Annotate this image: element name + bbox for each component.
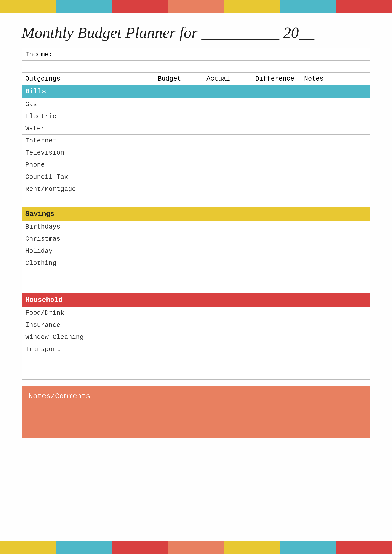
table-row: Water [22,122,370,135]
table-row: Christmas [22,233,370,245]
item-council-tax: Council Tax [22,171,154,183]
income-budget[interactable] [154,49,203,61]
bot-bar-red2 [336,541,392,554]
col-notes: Notes [301,73,370,85]
item-water: Water [22,122,154,135]
household-label: Household [22,294,370,307]
bot-bar-teal [56,541,112,554]
item-window-cleaning: Window Cleaning [22,331,154,343]
empty-row-3 [22,269,370,281]
gas-budget[interactable] [154,98,203,110]
top-bar-teal2 [280,0,336,13]
empty-row-2 [22,195,370,207]
income-row: Income: [22,49,370,61]
budget-table: Income: Outgoings Budget Actual Differen… [22,48,370,380]
empty-row-6 [22,367,370,380]
notes-section-title: Notes/Comments [28,392,364,400]
item-birthdays: Birthdays [22,221,154,233]
top-bar-salmon [168,0,224,13]
top-bar-red2 [336,0,392,13]
item-television: Television [22,147,154,159]
item-phone: Phone [22,159,154,171]
col-budget: Budget [154,73,203,85]
item-clothing: Clothing [22,257,154,269]
item-transport: Transport [22,343,154,355]
bills-label: Bills [22,85,370,98]
bottom-color-bar [0,541,392,554]
table-row: Phone [22,159,370,171]
bot-bar-red [112,541,168,554]
top-bar-teal [56,0,112,13]
table-row: Food/Drink [22,307,370,319]
table-row: Council Tax [22,171,370,183]
bot-bar-salmon [168,541,224,554]
bills-section-header: Bills [22,85,370,98]
empty-row-4 [22,281,370,294]
item-holiday: Holiday [22,245,154,257]
table-row: Clothing [22,257,370,269]
bot-bar-teal2 [280,541,336,554]
table-row: Rent/Mortgage [22,183,370,195]
title-area: Monthly Budget Planner for __________ 20… [0,13,392,48]
bot-bar-yellow2 [224,541,280,554]
table-row: Television [22,147,370,159]
item-internet: Internet [22,135,154,147]
top-bar-yellow [0,0,56,13]
savings-section-header: Savings [22,207,370,221]
income-label: Income: [22,49,154,61]
table-row: Gas [22,98,370,110]
empty-row-5 [22,355,370,367]
gas-actual[interactable] [203,98,252,110]
gas-diff[interactable] [252,98,301,110]
item-christmas: Christmas [22,233,154,245]
table-row: Internet [22,135,370,147]
income-notes[interactable] [301,49,370,61]
col-actual: Actual [203,73,252,85]
item-insurance: Insurance [22,319,154,331]
item-rent-mortgage: Rent/Mortgage [22,183,154,195]
savings-label: Savings [22,207,370,221]
table-row: Birthdays [22,221,370,233]
top-bar-yellow2 [224,0,280,13]
table-row: Holiday [22,245,370,257]
income-difference[interactable] [252,49,301,61]
item-electric: Electric [22,110,154,122]
top-color-bar [0,0,392,13]
page-title: Monthly Budget Planner for __________ 20… [22,24,370,42]
bot-bar-yellow [0,541,56,554]
table-row: Transport [22,343,370,355]
household-section-header: Household [22,294,370,307]
col-difference: Difference [252,73,301,85]
income-actual[interactable] [203,49,252,61]
column-headers: Outgoings Budget Actual Difference Notes [22,73,370,85]
main-content: Income: Outgoings Budget Actual Differen… [0,48,392,447]
col-outgoings: Outgoings [22,73,154,85]
table-row: Electric [22,110,370,122]
page: Monthly Budget Planner for __________ 20… [0,0,392,554]
empty-row-1 [22,61,370,73]
item-gas: Gas [22,98,154,110]
gas-notes[interactable] [301,98,370,110]
top-bar-red [112,0,168,13]
notes-section: Notes/Comments [22,386,370,438]
table-row: Insurance [22,319,370,331]
table-row: Window Cleaning [22,331,370,343]
item-food-drink: Food/Drink [22,307,154,319]
